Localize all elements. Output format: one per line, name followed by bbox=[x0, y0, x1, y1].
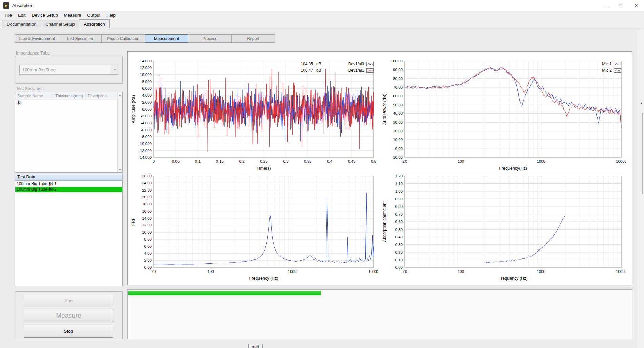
collapse-left-icon[interactable]: ◄ bbox=[640, 102, 643, 105]
subtab-phase-calibration[interactable]: Phase Calibration bbox=[101, 34, 145, 43]
auto-power-spectrum-plot: -10.000.0010.0020.0030.0040.0050.0060.00… bbox=[380, 56, 626, 173]
svg-text:1.10: 1.10 bbox=[395, 182, 403, 186]
test-specimen-table: Sample Name Thickness(mm) Discription 棉 … bbox=[15, 92, 123, 173]
test-data-label: Test Data bbox=[15, 174, 123, 181]
tab-absorption[interactable]: Absorption bbox=[79, 19, 109, 28]
minimize-button[interactable]: — bbox=[597, 0, 613, 11]
svg-text:12.000: 12.000 bbox=[140, 66, 152, 70]
svg-text:20: 20 bbox=[152, 269, 156, 274]
svg-text:8.00: 8.00 bbox=[144, 237, 152, 241]
subtab-measurement[interactable]: Measurement bbox=[145, 34, 188, 43]
scroll-up-icon[interactable]: ▲ bbox=[118, 94, 122, 96]
stop-button[interactable]: Stop bbox=[24, 325, 113, 338]
legend-item[interactable]: Mic 2 bbox=[602, 68, 621, 73]
subtab-process[interactable]: Process bbox=[188, 34, 232, 43]
svg-text:22.00: 22.00 bbox=[142, 188, 152, 192]
impedance-tube-label: Impendance Tube bbox=[16, 51, 50, 56]
column-header-thickness[interactable]: Thickness(mm) bbox=[53, 92, 86, 100]
svg-text:30.00: 30.00 bbox=[393, 120, 403, 124]
sub-tab-bar: Tube & Environment Test Specimen Phase C… bbox=[15, 34, 275, 43]
list-item-selected[interactable]: 100mm Big Tube-棉-2 bbox=[15, 187, 122, 192]
arm-button[interactable]: Arm bbox=[24, 295, 113, 306]
menu-help[interactable]: Help bbox=[103, 13, 119, 18]
svg-text:0.1: 0.1 bbox=[195, 159, 201, 164]
menu-output[interactable]: Output bbox=[84, 13, 103, 18]
svg-text:-14.000: -14.000 bbox=[139, 155, 152, 159]
svg-text:0.00: 0.00 bbox=[395, 147, 403, 151]
list-item[interactable]: 100mm Big Tube-棉-1 bbox=[15, 181, 122, 187]
svg-text:100: 100 bbox=[207, 269, 214, 274]
svg-text:10000: 10000 bbox=[616, 159, 626, 164]
db-value: 106.47 bbox=[297, 68, 313, 73]
svg-text:Auto Power (dB): Auto Power (dB) bbox=[382, 94, 387, 125]
legend-item[interactable]: Dev1/ai0 bbox=[348, 62, 374, 66]
bottom-tab-label: 画图 bbox=[252, 345, 259, 348]
svg-text:2.000: 2.000 bbox=[142, 100, 152, 104]
frf-plot: 0.002.004.006.008.0010.0012.0014.0016.00… bbox=[129, 171, 378, 283]
subtab-report[interactable]: Report bbox=[231, 34, 275, 43]
bottom-tab[interactable]: 画图 bbox=[248, 344, 263, 348]
svg-text:-2.000: -2.000 bbox=[141, 114, 152, 118]
tab-documentation[interactable]: Documentation bbox=[2, 20, 41, 28]
tube-select[interactable]: 100mm Big Tube ▼ bbox=[19, 65, 119, 75]
progress-bar bbox=[128, 291, 321, 295]
table-scrollbar[interactable]: ▲ ▼ bbox=[117, 92, 122, 172]
svg-text:14.00: 14.00 bbox=[142, 216, 152, 220]
time-waveform-plot: -14.000-12.000-10.000-8.000-6.000-4.000-… bbox=[129, 56, 378, 173]
svg-text:1.00: 1.00 bbox=[395, 189, 403, 193]
measure-button[interactable]: Measure bbox=[24, 309, 113, 322]
chart-legend: Dev1/ai0Dev1/ai1 bbox=[348, 62, 374, 73]
chart-legend: Mic 1Mic 2 bbox=[602, 62, 621, 73]
svg-text:20: 20 bbox=[403, 269, 407, 274]
close-icon: ✕ bbox=[635, 3, 638, 8]
auto-power-chart: -10.000.0010.0020.0030.0040.0050.0060.00… bbox=[380, 56, 626, 173]
svg-text:1.20: 1.20 bbox=[395, 174, 403, 178]
maximize-icon: □ bbox=[619, 3, 622, 8]
tab-channel-setup[interactable]: Channel Setup bbox=[41, 20, 79, 28]
svg-text:10.00: 10.00 bbox=[393, 138, 403, 142]
svg-text:100.00: 100.00 bbox=[391, 59, 403, 63]
svg-text:0.2: 0.2 bbox=[239, 159, 245, 164]
column-header-sample-name[interactable]: Sample Name bbox=[15, 92, 53, 100]
control-button-group: Arm Measure Stop bbox=[15, 291, 123, 339]
column-header-discription[interactable]: Discription bbox=[86, 92, 122, 100]
svg-text:1000: 1000 bbox=[537, 159, 545, 164]
svg-text:20: 20 bbox=[403, 159, 407, 164]
legend-label: Mic 2 bbox=[602, 68, 612, 73]
svg-text:0.25: 0.25 bbox=[260, 159, 267, 164]
menu-measure[interactable]: Measure bbox=[61, 13, 84, 18]
close-button[interactable]: ✕ bbox=[628, 0, 644, 11]
chart-panel: -14.000-12.000-10.000-8.000-6.000-4.000-… bbox=[127, 51, 632, 285]
subtab-tube-environment[interactable]: Tube & Environment bbox=[15, 34, 58, 43]
minimize-icon: — bbox=[603, 3, 607, 8]
right-scrollbar[interactable]: ◄ bbox=[639, 28, 644, 348]
svg-text:100: 100 bbox=[458, 269, 464, 274]
svg-text:0.45: 0.45 bbox=[348, 159, 355, 164]
legend-item[interactable]: Dev1/ai1 bbox=[348, 68, 374, 73]
run-arrow-icon: ▶ bbox=[5, 4, 8, 7]
subtab-test-specimen[interactable]: Test Specimen bbox=[58, 34, 102, 43]
scroll-down-icon[interactable]: ▼ bbox=[118, 169, 122, 171]
svg-text:-4.000: -4.000 bbox=[141, 121, 152, 125]
legend-item[interactable]: Mic 1 bbox=[602, 62, 621, 66]
cell-sample-name: 棉 bbox=[15, 100, 53, 106]
svg-text:-12.000: -12.000 bbox=[139, 149, 152, 153]
app-icon: ▶ bbox=[3, 2, 9, 9]
dropdown-arrow-icon[interactable]: ▼ bbox=[111, 65, 119, 74]
table-row[interactable]: 棉 bbox=[15, 100, 122, 106]
menu-device-setup[interactable]: Device Setup bbox=[28, 13, 61, 18]
scrollbar-thumb[interactable] bbox=[642, 113, 643, 194]
svg-text:0.30: 0.30 bbox=[395, 243, 403, 247]
svg-text:20.00: 20.00 bbox=[142, 195, 152, 199]
menu-file[interactable]: File bbox=[2, 13, 15, 18]
svg-text:16.00: 16.00 bbox=[142, 209, 152, 213]
maximize-button[interactable]: □ bbox=[613, 0, 628, 11]
svg-text:0.00: 0.00 bbox=[395, 265, 403, 269]
legend-label: Mic 1 bbox=[602, 62, 612, 66]
menu-edit[interactable]: Edit bbox=[15, 13, 28, 18]
svg-text:0.80: 0.80 bbox=[395, 204, 403, 209]
svg-text:Frequency(Hz): Frequency(Hz) bbox=[499, 166, 527, 171]
svg-text:1000: 1000 bbox=[537, 269, 545, 274]
svg-text:6.00: 6.00 bbox=[144, 244, 152, 248]
legend-label: Dev1/ai0 bbox=[348, 62, 364, 66]
